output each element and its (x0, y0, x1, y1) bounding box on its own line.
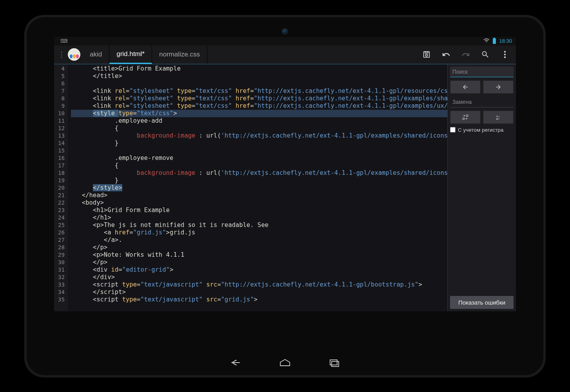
screen: ⌨ 18:30 ⋮ akidgrid.html*normalize.css (54, 37, 516, 311)
replace-one-button[interactable] (450, 111, 481, 124)
svg-rect-7 (332, 361, 339, 367)
tab-gridhtml[interactable]: grid.html* (109, 45, 152, 64)
tab-normalizecss[interactable]: normalize.css (152, 45, 207, 64)
show-errors-button[interactable]: Показать ошибки (450, 296, 514, 309)
tablet-inner: ⌨ 18:30 ⋮ akidgrid.html*normalize.css (27, 17, 543, 375)
svg-rect-2 (425, 52, 428, 53)
recent-nav-icon[interactable] (327, 358, 341, 369)
undo-button[interactable] (437, 46, 455, 63)
drag-handle-icon[interactable]: ⋮ (56, 50, 65, 59)
search-input[interactable] (450, 67, 514, 77)
save-button[interactable] (418, 46, 435, 63)
back-nav-icon[interactable] (229, 358, 243, 369)
toolbar: ⋮ akidgrid.html*normalize.css (54, 45, 516, 64)
search-panel: ALL С учетом регистра Показать ошибки (447, 64, 516, 311)
svg-rect-4 (466, 115, 468, 117)
find-prev-button[interactable] (450, 80, 481, 94)
tab-akid[interactable]: akid (83, 45, 109, 64)
svg-point-1 (425, 54, 428, 56)
svg-point-3 (463, 118, 465, 120)
find-next-button[interactable] (483, 80, 514, 94)
main-area: 4567891011121314151617181920212223242526… (54, 64, 516, 311)
code-editor[interactable]: 4567891011121314151617181920212223242526… (54, 64, 447, 311)
tablet-camera (282, 28, 288, 34)
search-button[interactable] (477, 46, 494, 63)
wifi-icon (483, 37, 490, 45)
replace-input[interactable] (450, 97, 514, 107)
overflow-menu-button[interactable] (496, 46, 514, 63)
redo-button[interactable] (457, 46, 474, 63)
home-nav-icon[interactable] (278, 358, 292, 369)
tablet-frame: ⌨ 18:30 ⋮ akidgrid.html*normalize.css (24, 15, 546, 377)
keyboard-indicator-icon: ⌨ (58, 38, 68, 44)
android-navbar (229, 358, 341, 369)
case-sensitive-label: С учетом регистра (458, 127, 503, 133)
battery-icon (493, 38, 496, 44)
line-gutter: 4567891011121314151617181920212223242526… (54, 64, 68, 311)
status-bar: ⌨ 18:30 (54, 37, 516, 45)
case-sensitive-checkbox[interactable]: С учетом регистра (450, 127, 514, 133)
app-logo-icon[interactable] (68, 48, 80, 61)
code-content[interactable]: <title>Grid Form Example </title> <link … (68, 64, 447, 311)
svg-text:ALL: ALL (496, 115, 500, 118)
replace-all-button[interactable]: ALL (483, 111, 514, 124)
status-clock: 18:30 (499, 38, 512, 44)
svg-rect-6 (330, 360, 337, 365)
